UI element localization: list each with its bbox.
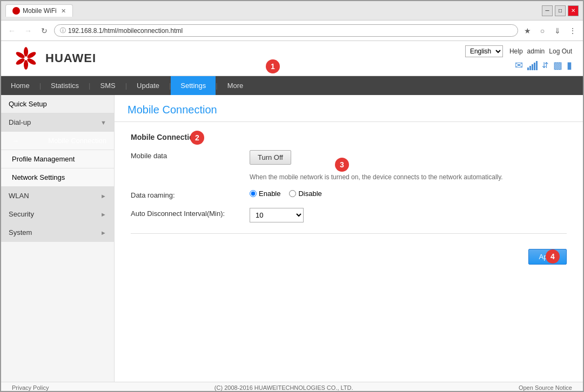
tab-favicon — [12, 7, 20, 15]
sidebar: Quick Setup Dial-up ▼ → Mobile Connectio… — [1, 95, 115, 382]
title-bar: Mobile WiFi ✕ ─ □ ✕ — [1, 1, 583, 21]
address-input[interactable]: ⓘ 192.168.8.1/html/mobileconnection.html — [54, 24, 518, 37]
refresh-btn[interactable]: ↻ — [38, 24, 51, 37]
sidebar-group-dialup[interactable]: Dial-up ▼ — [1, 113, 114, 132]
chevron-right-icon-system: ► — [100, 229, 106, 236]
apply-row: Apply — [131, 245, 567, 265]
tab-close-btn[interactable]: ✕ — [61, 8, 66, 15]
annotation-1: 1 — [266, 59, 280, 73]
page-header: HUAWEI English Help admin Log Out ✉ — [1, 41, 583, 76]
chevron-down-icon: ▼ — [100, 119, 106, 126]
enable-radio-label[interactable]: Enable — [250, 190, 280, 198]
download-icon[interactable]: ⇓ — [552, 25, 563, 37]
copyright-text: (C) 2008-2016 HUAWEITECHNOLOGIES CO., LT… — [214, 384, 353, 391]
svg-point-0 — [24, 47, 28, 57]
turn-off-button[interactable]: Turn Off — [250, 150, 291, 165]
disable-radio-label[interactable]: Disable — [289, 190, 321, 198]
bookmark-icon[interactable]: ★ — [521, 25, 533, 37]
content-area: Quick Setup Dial-up ▼ → Mobile Connectio… — [1, 95, 583, 382]
battery-icon[interactable]: ▮ — [567, 59, 572, 71]
header-right: English Help admin Log Out ✉ — [465, 45, 572, 71]
auto-disconnect-row: Auto Disconnect Interval(Min): 10 20 30 … — [131, 208, 567, 222]
data-roaming-row: Data roaming: Enable Disable — [131, 190, 567, 199]
help-link[interactable]: Help — [509, 48, 523, 55]
sidebar-item-profile-management[interactable]: Profile Management — [1, 150, 114, 168]
page: HUAWEI English Help admin Log Out ✉ — [1, 41, 583, 392]
close-btn[interactable]: ✕ — [568, 5, 579, 16]
logout-link[interactable]: Log Out — [549, 48, 572, 55]
main-nav: Home | Statistics | SMS | Update | Setti… — [1, 76, 583, 95]
page-footer: Privacy Policy (C) 2008-2016 HUAWEITECHN… — [1, 382, 583, 392]
transfer-icon[interactable]: ⇵ — [542, 60, 549, 70]
auto-disconnect-control: 10 20 30 60 Never — [250, 208, 567, 222]
main-content: Mobile Connection Mobile Connection: Mob… — [115, 95, 583, 382]
brand-name: HUAWEI — [45, 51, 96, 65]
sidebar-item-mobile-connection[interactable]: → Mobile Connection — [1, 132, 114, 150]
extension-icon[interactable]: ○ — [536, 25, 548, 37]
sidebar-group-system[interactable]: System ► — [1, 224, 114, 242]
open-source-link[interactable]: Open Source Notice — [519, 384, 572, 391]
disable-radio[interactable] — [289, 190, 296, 197]
auto-disconnect-select[interactable]: 10 20 30 60 Never — [250, 208, 304, 222]
nav-home[interactable]: Home — [1, 76, 39, 95]
signal-icon — [527, 60, 538, 70]
svg-point-3 — [24, 60, 28, 70]
mobile-data-note: When the mobile network is turned on, th… — [131, 173, 567, 181]
nav-statistics[interactable]: Statistics — [41, 76, 89, 95]
forward-btn[interactable]: → — [22, 24, 35, 37]
nav-settings[interactable]: Settings — [171, 76, 216, 95]
chevron-right-icon: ► — [100, 193, 106, 199]
huawei-logo-icon — [12, 46, 40, 70]
url-text: 192.168.8.1/html/mobileconnection.html — [68, 27, 183, 35]
sidebar-group-wlan[interactable]: WLAN ► — [1, 187, 114, 205]
privacy-link[interactable]: Privacy Policy — [12, 384, 49, 391]
back-btn[interactable]: ← — [5, 24, 18, 37]
header-top-right: English Help admin Log Out — [465, 45, 572, 57]
divider — [131, 233, 567, 234]
window-controls: ─ □ ✕ — [542, 5, 579, 16]
address-bar: ← → ↻ ⓘ 192.168.8.1/html/mobileconnectio… — [1, 21, 583, 41]
header-icons: ✉ ⇵ ▩ ▮ — [515, 59, 572, 71]
email-icon[interactable]: ✉ — [515, 59, 523, 71]
nav-more[interactable]: More — [218, 76, 253, 95]
display-icon[interactable]: ▩ — [553, 59, 562, 71]
page-title: Mobile Connection — [115, 95, 583, 122]
data-roaming-control: Enable Disable — [250, 190, 567, 198]
enable-radio[interactable] — [250, 190, 257, 197]
nav-update[interactable]: Update — [127, 76, 169, 95]
mobile-data-control: Turn Off — [250, 150, 567, 165]
sidebar-item-network-settings[interactable]: Network Settings — [1, 168, 114, 187]
data-roaming-label: Data roaming: — [131, 190, 250, 199]
annotation-4: 4 — [546, 249, 560, 263]
browser-tab[interactable]: Mobile WiFi ✕ — [5, 4, 73, 17]
mobile-data-label: Mobile data — [131, 150, 250, 160]
tab-title: Mobile WiFi — [23, 7, 57, 15]
roaming-radio-group: Enable Disable — [250, 190, 567, 198]
sidebar-quick-setup[interactable]: Quick Setup — [1, 95, 114, 113]
annotation-3: 3 — [335, 158, 349, 172]
annotation-2: 2 — [190, 131, 204, 145]
admin-label: admin — [527, 48, 545, 55]
settings-icon[interactable]: ⋮ — [567, 25, 579, 37]
content-inner: Mobile Connection: Mobile data Turn Off … — [115, 122, 583, 275]
logo: HUAWEI — [12, 46, 96, 70]
language-select[interactable]: English — [465, 45, 503, 57]
header-links: Help admin Log Out — [509, 48, 572, 55]
chevron-right-icon-security: ► — [100, 211, 106, 218]
sidebar-group-security[interactable]: Security ► — [1, 205, 114, 224]
nav-sms[interactable]: SMS — [90, 76, 125, 95]
minimize-btn[interactable]: ─ — [542, 5, 553, 16]
auto-disconnect-label: Auto Disconnect Interval(Min): — [131, 208, 250, 218]
restore-btn[interactable]: □ — [555, 5, 566, 16]
